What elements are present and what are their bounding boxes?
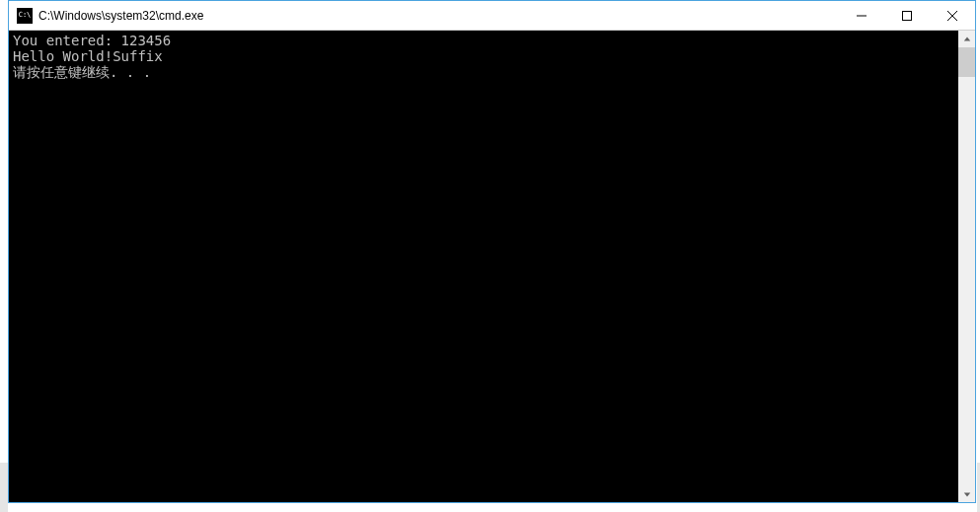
minimize-icon: [857, 11, 867, 21]
scrollbar-track[interactable]: [958, 47, 975, 485]
close-button[interactable]: [930, 1, 975, 30]
console-output[interactable]: You entered: 123456Hello World!Suffix请按任…: [9, 31, 958, 502]
window-title: C:\Windows\system32\cmd.exe: [38, 9, 839, 23]
vertical-scrollbar[interactable]: [958, 31, 975, 502]
background-hint-left: [0, 463, 8, 512]
maximize-button[interactable]: [884, 1, 930, 30]
chevron-up-icon: [963, 36, 971, 43]
close-icon: [947, 11, 957, 21]
maximize-icon: [902, 11, 912, 21]
window-controls: [839, 1, 975, 30]
svg-rect-1: [903, 11, 912, 20]
cmd-icon: [17, 8, 33, 24]
scrollbar-up-button[interactable]: [958, 31, 975, 47]
scrollbar-thumb[interactable]: [958, 47, 975, 77]
console-line: You entered: 123456: [13, 33, 954, 48]
console-body: You entered: 123456Hello World!Suffix请按任…: [9, 31, 975, 502]
console-line: 请按任意键继续. . .: [13, 64, 954, 80]
chevron-down-icon: [963, 490, 971, 498]
titlebar[interactable]: C:\Windows\system32\cmd.exe: [9, 1, 975, 31]
minimize-button[interactable]: [839, 1, 884, 30]
scrollbar-down-button[interactable]: [958, 485, 975, 502]
cmd-window: C:\Windows\system32\cmd.exe You entered:…: [8, 0, 976, 503]
console-line: Hello World!Suffix: [13, 48, 954, 64]
